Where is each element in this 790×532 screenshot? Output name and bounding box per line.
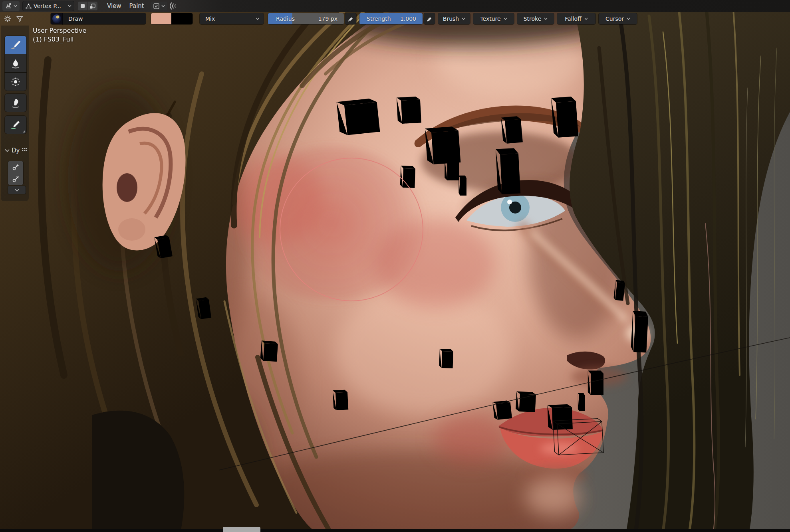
color-swatch-pair [151,13,193,24]
stylus-pressure-icon [426,16,433,22]
viewport-3d[interactable] [0,0,790,532]
vertex-select-mask-toggle[interactable] [88,2,97,10]
radius-slider[interactable]: Radius 179 px [268,13,344,24]
mask-toggle-group [78,2,97,10]
subtool-corner-triangle [23,130,25,133]
blend-mode-label: Mix [205,16,215,22]
strength-label: Strength [367,16,391,22]
chevron-down-icon [256,18,260,20]
bottom-edge-strip [0,529,790,532]
tool-average-button[interactable] [5,73,26,91]
chevron-down-icon [504,18,507,20]
view-name-label: User Perspective [33,26,86,35]
key-add-button[interactable] [8,161,23,173]
falloff-popover-label: Falloff [565,16,581,22]
strength-slider[interactable]: Strength 1.000 [359,13,423,24]
chevron-down-icon [14,5,17,7]
tool-smear-button[interactable] [5,94,26,112]
stylus-pressure-icon [347,16,354,22]
panel-dy-dropdown[interactable] [8,186,26,194]
paint-mask-toggle[interactable] [78,2,87,10]
smear-icon [10,98,21,108]
texture-popover-label: Texture [480,16,500,22]
falloff-popover-button[interactable]: Falloff [557,13,595,24]
brush-popover-button[interactable]: Brush [438,13,470,24]
viewport-3d-scene[interactable] [0,0,790,532]
brush-thumbnail-button[interactable] [51,13,63,24]
mode-label: Vertex P... [34,3,61,9]
texture-popover-button[interactable]: Texture [473,13,514,24]
chevron-down-icon [544,18,548,20]
paint-mask-icon [79,3,86,9]
grid-icon [22,148,27,153]
active-object-label: (1) FS03_Full [33,35,86,44]
primary-color-swatch[interactable] [151,13,171,24]
chevron-down-icon [161,5,165,7]
waves-icon [169,2,177,10]
brush-preview-sphere [52,14,61,23]
brush-icon [10,40,21,51]
strength-value: 1.000 [400,16,416,22]
radius-pressure-toggle[interactable] [345,13,356,24]
average-dots-icon [10,77,21,87]
menu-paint[interactable]: Paint [125,2,148,10]
orientation-dropdown[interactable] [151,2,167,10]
radius-value: 179 px [318,16,337,22]
annotate-pen-icon [10,119,21,131]
brush-name-field[interactable]: Draw [63,13,146,24]
tool-blur-button[interactable] [5,54,26,72]
filter-funnel-icon [16,16,23,22]
blend-mode-dropdown[interactable]: Mix [200,13,264,24]
tool-settings-gear-button[interactable] [2,14,13,24]
key-remove-button[interactable] [8,173,23,185]
chevron-down-icon [15,189,19,192]
tool-draw-button[interactable] [5,36,26,54]
secondary-color-swatch[interactable] [171,13,193,24]
stroke-popover-button[interactable]: Stroke [517,13,554,24]
droplet-icon [10,58,21,69]
corner-arrow-icon [153,3,160,10]
cursor-popover-button[interactable]: Cursor [599,13,637,24]
falloff-waves-button[interactable] [167,2,179,10]
editor-type-button[interactable] [2,1,20,11]
brush-popover-label: Brush [443,16,459,22]
vertex-paint-mode-icon [25,3,32,10]
chevron-down-icon [627,18,630,20]
blender-window: User Perspective (1) FS03_Full Vertex P.… [0,0,790,532]
brush-name-label: Draw [68,16,83,22]
strength-pressure-toggle[interactable] [424,13,435,24]
menu-view[interactable]: View [103,2,125,10]
chevron-down-icon [68,5,71,7]
panel-dy-label: Dy [12,147,20,154]
chevron-down-icon [5,149,10,152]
key-x-icon [12,176,19,183]
panel-dy-header[interactable]: Dy [5,144,28,156]
viewport-header: Vertex P... View Paint [0,0,790,12]
chevron-down-icon [584,18,588,20]
eye-highlight [507,200,512,204]
stroke-popover-label: Stroke [524,16,542,22]
radius-label: Radius [276,16,295,22]
tool-annotate-button[interactable] [5,116,26,134]
filter-button[interactable] [14,14,25,24]
editor-3d-viewport-icon [5,2,12,10]
viewport-overlay-labels: User Perspective (1) FS03_Full [33,26,86,44]
tool-settings-bar: Draw Mix Radius 179 px Strength 1 [0,13,790,24]
cursor-popover-label: Cursor [605,16,624,22]
key-plus-icon [12,164,19,171]
bottom-panel-sliver[interactable] [223,527,260,532]
vertex-select-mask-icon [89,3,96,9]
chevron-down-icon [462,18,465,20]
mode-selector-dropdown[interactable]: Vertex P... [23,1,74,11]
settings-gear-icon [4,15,11,22]
